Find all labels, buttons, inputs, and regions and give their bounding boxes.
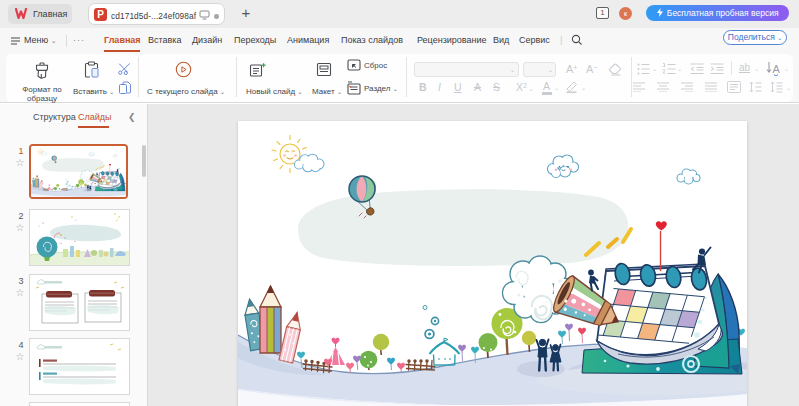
svg-text:A: A [773, 63, 781, 75]
